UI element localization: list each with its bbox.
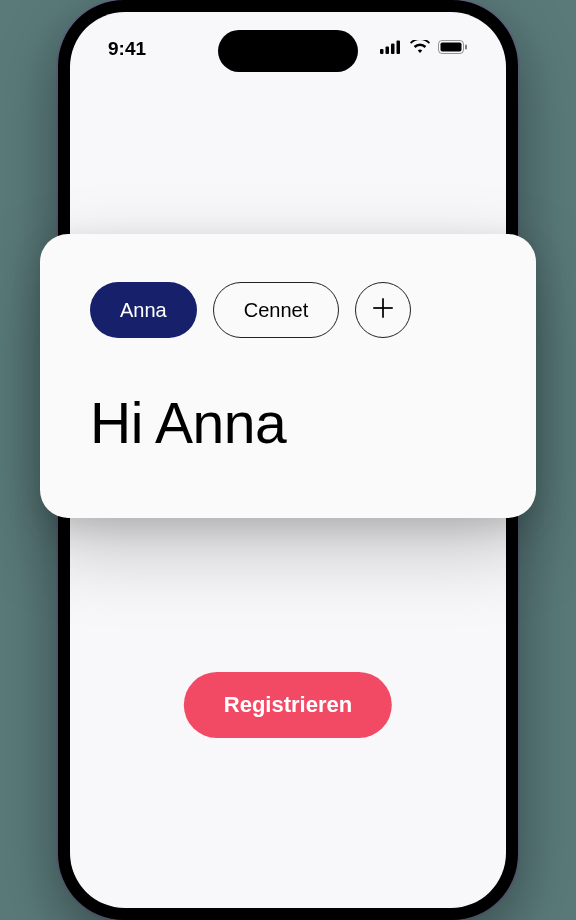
profile-chips: Anna Cennet [90,282,486,338]
register-button[interactable]: Registrieren [184,672,392,738]
battery-icon [438,40,468,58]
plus-icon [370,295,396,325]
screen: 9:41 [70,12,506,908]
profile-chip-cennet[interactable]: Cennet [213,282,340,338]
cellular-icon [380,40,402,58]
phone-frame: 9:41 [58,0,518,920]
profile-card: Anna Cennet Hi Anna [40,234,536,518]
chip-label: Anna [120,299,167,322]
register-label: Registrieren [224,692,352,717]
chip-label: Cennet [244,299,309,322]
greeting-heading: Hi Anna [90,390,486,456]
svg-rect-5 [441,43,462,52]
svg-rect-0 [380,49,384,54]
svg-rect-3 [397,41,401,55]
wifi-icon [410,40,430,58]
add-profile-button[interactable] [355,282,411,338]
svg-rect-1 [386,47,390,55]
svg-rect-6 [465,45,467,50]
svg-rect-2 [391,44,395,55]
status-icons [380,40,468,58]
profile-chip-anna[interactable]: Anna [90,282,197,338]
dynamic-island [218,30,358,72]
status-time: 9:41 [108,38,146,60]
